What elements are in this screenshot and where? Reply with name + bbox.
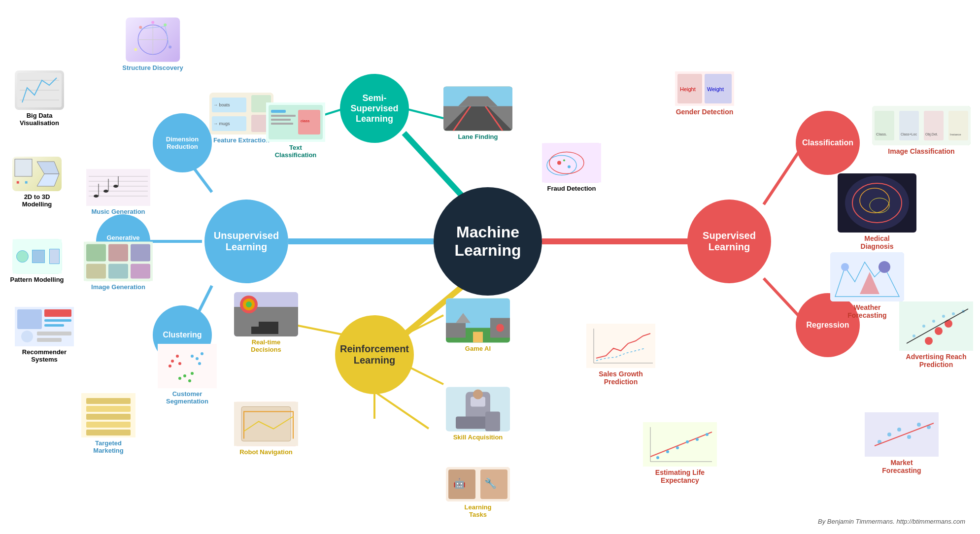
- node-supervised: Supervised Learning: [687, 200, 771, 283]
- item-2d-3d: ■■ 2D to 3D Modelling: [12, 157, 62, 208]
- item-lane-finding: Lane Finding: [443, 87, 512, 140]
- svg-rect-134: [542, 143, 601, 183]
- svg-point-52: [113, 185, 118, 188]
- svg-point-18: [164, 24, 167, 27]
- svg-point-17: [139, 26, 142, 29]
- svg-point-192: [907, 435, 911, 439]
- svg-point-126: [473, 390, 483, 400]
- svg-point-169: [922, 325, 925, 328]
- node-dimension-reduction: Dimension Reduction: [153, 113, 212, 172]
- svg-rect-63: [108, 264, 128, 279]
- svg-point-50: [103, 190, 108, 193]
- item-gender-detection: HeightWeight Gender Detection: [675, 71, 734, 116]
- svg-rect-97: [271, 123, 293, 125]
- svg-rect-73: [158, 344, 217, 388]
- svg-point-70: [21, 331, 33, 342]
- svg-marker-39: [37, 174, 59, 186]
- svg-point-185: [686, 440, 689, 443]
- svg-point-161: [841, 263, 849, 271]
- svg-point-110: [246, 301, 252, 307]
- svg-rect-59: [86, 244, 106, 262]
- svg-line-13: [374, 392, 429, 429]
- svg-point-84: [178, 377, 181, 380]
- item-weather-forecasting: Weather Forecasting: [830, 252, 904, 319]
- svg-marker-57: [49, 249, 59, 264]
- svg-point-77: [178, 362, 181, 365]
- item-learning-tasks: 🤖🔧 Learning Tasks: [446, 467, 510, 518]
- svg-rect-164: [586, 324, 655, 368]
- item-image-classification: Class. Class+Loc Obj.Det. Instance Image…: [872, 106, 971, 155]
- svg-line-15: [404, 108, 443, 118]
- svg-text:Instance: Instance: [950, 133, 961, 136]
- svg-point-155: [845, 176, 909, 230]
- item-structure-discovery: Structure Discovery: [122, 18, 183, 71]
- svg-rect-60: [108, 244, 128, 262]
- node-unsupervised: Unsupervised Learning: [204, 200, 288, 283]
- svg-point-48: [94, 195, 99, 198]
- svg-point-186: [696, 438, 699, 441]
- item-robot-navigation: Robot Navigation: [234, 402, 298, 456]
- node-machine-learning: Machine Learning: [434, 187, 542, 296]
- svg-point-162: [879, 261, 890, 273]
- svg-point-20: [134, 48, 137, 51]
- svg-point-79: [201, 352, 203, 355]
- svg-point-176: [945, 320, 952, 328]
- svg-rect-152: [948, 111, 968, 140]
- svg-rect-68: [44, 319, 71, 322]
- svg-text:🤖: 🤖: [453, 477, 466, 489]
- svg-point-170: [932, 320, 935, 323]
- svg-rect-112: [251, 327, 259, 334]
- svg-point-139: [563, 160, 565, 162]
- svg-point-78: [196, 357, 199, 360]
- item-sales-growth: Sales Growth Prediction: [586, 324, 655, 386]
- svg-rect-89: [86, 414, 131, 420]
- svg-rect-90: [86, 422, 131, 428]
- svg-text:Weight: Weight: [707, 86, 724, 92]
- svg-point-137: [557, 161, 561, 165]
- canvas: Machine Learning Unsupervised Learning S…: [0, 0, 980, 534]
- svg-point-122: [496, 324, 504, 332]
- svg-rect-95: [271, 115, 296, 117]
- svg-rect-150: [924, 111, 944, 140]
- node-semisupervised: Semi- Supervised Learning: [340, 74, 409, 143]
- svg-point-76: [169, 365, 171, 367]
- svg-text:Obj.Det.: Obj.Det.: [925, 133, 938, 136]
- item-medical-diagnosis: Medical Diagnosis: [838, 173, 916, 250]
- svg-point-175: [935, 327, 943, 335]
- svg-rect-188: [865, 412, 939, 457]
- item-music-generation: Music Generation: [86, 169, 150, 215]
- svg-line-2: [404, 133, 463, 197]
- item-real-time: Real-time Decisions: [234, 292, 298, 353]
- svg-rect-61: [131, 244, 150, 262]
- svg-text:■: ■: [25, 179, 28, 185]
- svg-rect-121: [473, 332, 483, 343]
- svg-point-74: [171, 360, 174, 363]
- svg-line-11: [404, 315, 443, 335]
- svg-point-21: [151, 21, 154, 24]
- item-feature-extraction: → boats→ mugs Feature Extraction: [209, 93, 273, 144]
- svg-line-9: [296, 325, 345, 335]
- svg-rect-67: [44, 309, 71, 317]
- svg-point-184: [676, 446, 679, 449]
- item-skill-acquisition: Skill Acquisition: [446, 387, 510, 441]
- svg-text:class: class: [301, 119, 309, 123]
- svg-rect-96: [271, 119, 291, 121]
- svg-rect-42: [86, 169, 150, 206]
- svg-rect-167: [899, 301, 973, 351]
- item-recommender: Recommender Systems: [15, 307, 74, 363]
- svg-rect-91: [86, 430, 131, 435]
- svg-rect-72: [37, 338, 62, 342]
- svg-rect-128: [485, 412, 500, 432]
- svg-rect-64: [131, 264, 150, 279]
- svg-text:Class.: Class.: [876, 132, 887, 136]
- svg-point-182: [656, 456, 659, 459]
- svg-rect-66: [17, 309, 42, 329]
- item-text-classification: class Text Classification: [266, 102, 325, 159]
- svg-point-172: [952, 312, 955, 315]
- svg-rect-118: [446, 323, 466, 338]
- item-big-data: Big Data Visualisation: [15, 70, 64, 127]
- svg-marker-38: [37, 162, 59, 174]
- credit-text: By Benjamin Timmermans. http://btimmerma…: [818, 518, 965, 525]
- item-game-ai: Game AI: [446, 299, 510, 352]
- svg-point-138: [568, 166, 571, 168]
